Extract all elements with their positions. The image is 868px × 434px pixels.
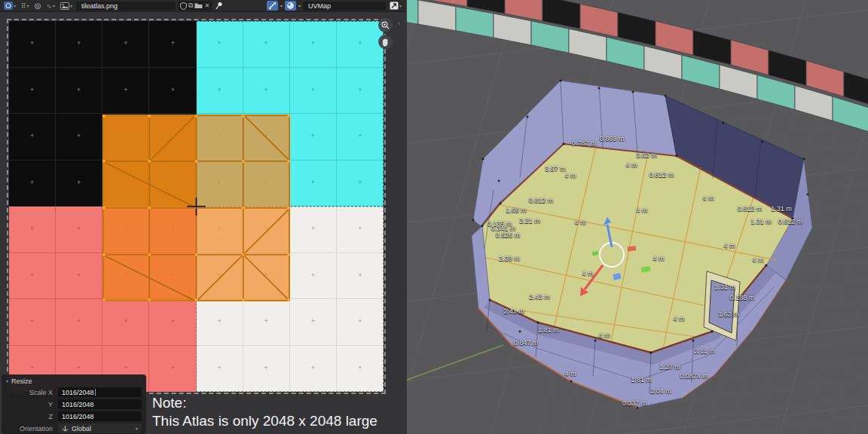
chevron-down-icon[interactable]: ▾ (298, 4, 301, 8)
uv-editor-header: ▾ ⠿ ▾ ◎ ∿ ▾ ▾ tileatlas.png (0, 0, 405, 12)
atlas-tile: + (243, 346, 290, 393)
atlas-tile: + (149, 299, 196, 346)
scale-y-label: Y (6, 401, 58, 408)
annotation-note: Note: This Atlas is only 2048 x 2048 lar… (152, 394, 377, 430)
atlas-tile: + (243, 21, 290, 68)
snap-arrow-icon (268, 2, 277, 10)
tile-atlas-image[interactable]: ++++++++++++++++++++++++++++++++++++++++… (9, 21, 384, 392)
chevron-down-icon: ▾ (399, 4, 402, 8)
text-cursor (95, 389, 96, 396)
uv-map-field[interactable]: UVMap (303, 2, 386, 11)
atlas-tile: + (290, 68, 337, 115)
atlas-tile: + (243, 68, 290, 115)
atlas-tile: + (197, 68, 243, 115)
viewport-nav-buttons (378, 18, 393, 49)
pin-icon (215, 2, 223, 10)
uv-map-name: UVMap (308, 2, 331, 10)
atlas-tile: + (290, 346, 337, 393)
atlas-tile: + (9, 21, 56, 68)
atlas-tile: + (9, 253, 56, 300)
uv-canvas[interactable]: ++++++++++++++++++++++++++++++++++++++++… (0, 12, 405, 434)
atlas-tile: + (337, 299, 384, 346)
proportional-edit-button[interactable]: ◎ (33, 1, 43, 11)
browse-image-button[interactable]: ▾ (59, 1, 74, 11)
scale-z-value: 1016/2048 (62, 413, 94, 420)
chevron-down-icon: ▾ (136, 426, 138, 431)
atlas-tile: + (56, 206, 102, 253)
atlas-tile: + (290, 114, 337, 160)
proportional-falloff-button[interactable] (285, 1, 296, 11)
orientation-dropdown[interactable]: Global ▾ (58, 423, 142, 433)
track-tile (407, 0, 418, 24)
atlas-tile: + (9, 160, 56, 207)
atlas-tile: + (9, 114, 56, 160)
image-actions: ⧉ ✕ (178, 1, 212, 11)
display-mode-button[interactable]: ⠿ ▾ (20, 1, 31, 11)
image-name-field[interactable]: tileatlas.png (76, 2, 176, 11)
atlas-tile: + (9, 299, 56, 346)
orientation-label: Orientation (6, 425, 58, 432)
atlas-tile: + (56, 160, 102, 207)
region-toggle-arrow[interactable]: ‹ (398, 20, 400, 27)
atlas-tile: + (290, 160, 337, 207)
panel-title: Resize (11, 377, 32, 385)
atlas-tile: + (290, 299, 337, 346)
shield-icon[interactable] (180, 2, 187, 10)
chevron-down-icon: ▾ (14, 4, 16, 8)
scale-z-label: Z (6, 413, 58, 420)
panel-header[interactable]: ▾ Resize (6, 377, 142, 385)
scale-x-label: Scale X (6, 389, 58, 396)
scale-z-input[interactable]: 1016/2048 (58, 411, 142, 421)
dots-grid-icon: ⠿ (21, 2, 26, 10)
pin-button[interactable] (214, 1, 225, 11)
editor-type-button[interactable]: ▾ (2, 1, 17, 11)
zoom-button[interactable] (378, 18, 393, 32)
atlas-tile: + (290, 253, 337, 300)
atlas-tile: + (149, 346, 196, 393)
pan-button[interactable] (378, 35, 393, 49)
atlas-tile: + (56, 68, 102, 115)
atlas-tile: + (337, 68, 384, 115)
copy-icon[interactable]: ⧉ (188, 2, 193, 10)
atlas-tile: + (337, 206, 384, 253)
atlas-tile: + (149, 68, 196, 115)
falloff-curve-icon: ∿ (46, 2, 52, 10)
uv-island-overlay (102, 115, 290, 301)
close-icon[interactable]: ✕ (204, 2, 209, 9)
falloff-button[interactable]: ∿ ▾ (44, 1, 57, 11)
chevron-down-icon[interactable]: ▾ (280, 4, 283, 8)
snap-button[interactable] (267, 1, 278, 11)
scale-x-input[interactable]: 1016/2048 (58, 387, 142, 397)
folder-icon[interactable] (194, 2, 203, 9)
atlas-tile: + (243, 299, 290, 346)
atlas-tile: + (102, 68, 149, 115)
image-icon (60, 2, 69, 10)
bullseye-icon: ◎ (35, 2, 41, 10)
image-link-icon (390, 2, 399, 10)
atlas-tile: + (337, 346, 384, 393)
chevron-down-icon: ▾ (70, 4, 72, 8)
atlas-tile: + (337, 253, 384, 300)
collapse-chevron-icon: ▾ (6, 379, 8, 384)
hand-icon (381, 38, 390, 47)
atlas-tile: + (9, 68, 56, 115)
scale-y-input[interactable]: 1016/2048 (58, 399, 142, 409)
chevron-down-icon: ▾ (27, 4, 29, 8)
scale-y-value: 1016/2048 (62, 401, 94, 408)
viewport-canvas (407, 0, 868, 434)
note-line-2: This Atlas is only 2048 x 2048 large (152, 412, 377, 430)
scale-x-value: 1016/2048 (62, 389, 94, 396)
magnifier-plus-icon (381, 21, 390, 29)
atlas-tile: + (9, 206, 56, 253)
uv-editor-icon (4, 2, 13, 10)
sphere-icon (286, 2, 295, 10)
note-line-1: Note: (152, 394, 377, 412)
3d-viewport[interactable]: 0.787 m0.869 m3.62 m3.97 m4 m4 m0.812 m1… (407, 0, 868, 434)
atlas-tile: + (56, 21, 102, 68)
chevron-down-icon: ▾ (53, 4, 55, 8)
image-pin-button[interactable]: ▾ (388, 1, 403, 11)
atlas-tile: + (337, 21, 384, 68)
atlas-tile: + (290, 21, 337, 68)
resize-operator-panel: ▾ Resize Scale X 1016/2048 Y 1016/2048 (2, 374, 146, 434)
uv-image-editor: ▾ ⠿ ▾ ◎ ∿ ▾ ▾ tileatlas.png (0, 0, 407, 434)
